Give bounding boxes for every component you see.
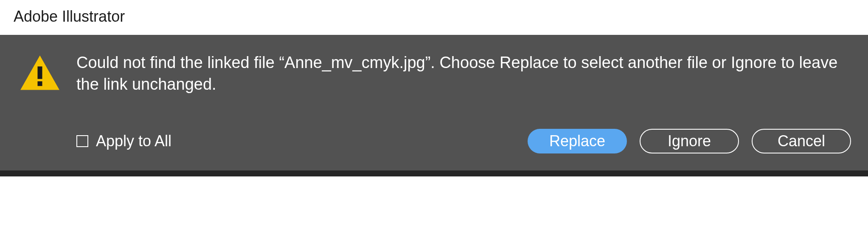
dialog-message: Could not find the linked file “Anne_mv_… (76, 52, 851, 96)
dialog-body: Could not find the linked file “Anne_mv_… (0, 35, 868, 170)
apply-to-all-label: Apply to All (96, 132, 171, 150)
svg-rect-1 (37, 66, 42, 79)
apply-to-all-checkbox[interactable]: Apply to All (76, 132, 171, 150)
icon-column (20, 52, 59, 153)
bottom-strip (0, 170, 868, 176)
warning-icon (20, 55, 59, 90)
cancel-button[interactable]: Cancel (752, 129, 851, 153)
ignore-button[interactable]: Ignore (640, 129, 739, 153)
checkbox-box[interactable] (76, 135, 88, 147)
replace-button[interactable]: Replace (528, 129, 627, 153)
controls-row: Apply to All Replace Ignore Cancel (76, 129, 851, 153)
svg-rect-2 (37, 81, 42, 86)
button-row: Replace Ignore Cancel (528, 129, 851, 153)
content-column: Could not find the linked file “Anne_mv_… (76, 52, 851, 153)
window-title: Adobe Illustrator (0, 0, 868, 35)
